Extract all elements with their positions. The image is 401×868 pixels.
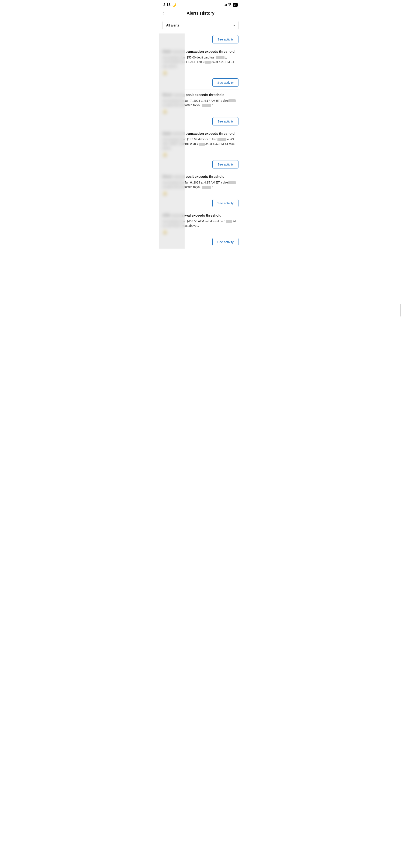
alert-body: Acct On Jun 7, 2024 at 4:17 AM ET a dire…	[163, 98, 238, 107]
status-time: 2:16 🌙	[163, 3, 176, 7]
page-title: Alerts History	[187, 11, 214, 16]
alert-body: Acct On Jun 6, 2024 at 4:15 AM ET a dire…	[163, 180, 238, 189]
see-activity-row: See activity	[163, 116, 238, 128]
see-activity-button[interactable]: See activity	[212, 199, 238, 207]
bell-icon: 🔔	[163, 230, 167, 234]
moon-icon: 🌙	[172, 3, 176, 7]
alert-text: Direct posit exceeds threshold Acct On J…	[163, 93, 238, 114]
alert-item: See activity Debit transaction exceeds t…	[163, 33, 238, 89]
see-activity-button[interactable]: See activity	[212, 117, 238, 125]
alert-content: Direct posit exceeds threshold Acct On J…	[163, 171, 238, 197]
bell-icon: 🔔	[163, 152, 167, 157]
alert-title: ATM rawal exceeds threshold	[163, 213, 238, 218]
see-activity-button[interactable]: See activity	[212, 79, 238, 87]
alert-body: Acct Your $55.00 debit card tran to VCN*…	[163, 55, 238, 69]
battery-indicator: 54	[233, 3, 238, 7]
see-activity-row: See activity	[163, 33, 238, 46]
alert-item: ATM rawal exceeds threshold Acct Your $4…	[163, 210, 238, 249]
alert-title: Direct posit exceeds threshold	[163, 93, 238, 97]
chevron-down-icon: ▾	[233, 24, 235, 27]
alert-text: Debit transaction exceeds threshold Acct…	[163, 132, 238, 157]
alert-title: Debit transaction exceeds threshold	[163, 50, 238, 54]
alert-content: Direct posit exceeds threshold Acct On J…	[163, 89, 238, 116]
alert-item: Direct posit exceeds threshold Acct On J…	[163, 171, 238, 210]
see-activity-row: See activity	[163, 158, 238, 171]
alert-content: ATM rawal exceeds threshold Acct Your $4…	[163, 210, 238, 236]
wifi-icon	[228, 3, 232, 6]
nav-bar: ‹ Alerts History	[159, 9, 242, 19]
alert-content: Debit transaction exceeds threshold Acct…	[163, 128, 238, 159]
alert-body: Acct Your $143.99 debit card tran to WAL…	[163, 137, 238, 151]
signal-icon	[223, 3, 227, 6]
bell-icon: 🔔	[163, 191, 167, 195]
alert-item: Direct posit exceeds threshold Acct On J…	[163, 89, 238, 128]
alert-text: Direct posit exceeds threshold Acct On J…	[163, 175, 238, 195]
alert-item: Debit transaction exceeds threshold Acct…	[163, 128, 238, 171]
bell-icon: 🔔	[163, 110, 167, 114]
alert-text: ATM rawal exceeds threshold Acct Your $4…	[163, 213, 238, 235]
alert-title: Debit transaction exceeds threshold	[163, 132, 238, 136]
see-activity-row: See activity	[163, 77, 238, 89]
alert-content: Debit transaction exceeds threshold Acct…	[163, 46, 238, 77]
alert-title: Direct posit exceeds threshold	[163, 175, 238, 179]
filter-label: All alerts	[166, 24, 179, 27]
filter-dropdown[interactable]: All alerts ▾	[163, 21, 238, 30]
back-button[interactable]: ‹	[163, 10, 164, 16]
bell-icon: 🔔	[163, 70, 167, 75]
status-icons: 54	[223, 3, 238, 7]
see-activity-button[interactable]: See activity	[212, 35, 238, 43]
see-activity-row: See activity	[163, 236, 238, 249]
status-bar: 2:16 🌙 54	[159, 0, 242, 9]
see-activity-button[interactable]: See activity	[212, 160, 238, 168]
see-activity-button[interactable]: See activity	[212, 238, 238, 246]
filter-container: All alerts ▾	[159, 19, 242, 33]
alert-text: Debit transaction exceeds threshold Acct…	[163, 50, 238, 75]
alerts-list: See activity Debit transaction exceeds t…	[159, 33, 242, 249]
see-activity-row: See activity	[163, 197, 238, 210]
alert-body: Acct Your $403.50 ATM withdrawal on J 24…	[163, 219, 238, 228]
